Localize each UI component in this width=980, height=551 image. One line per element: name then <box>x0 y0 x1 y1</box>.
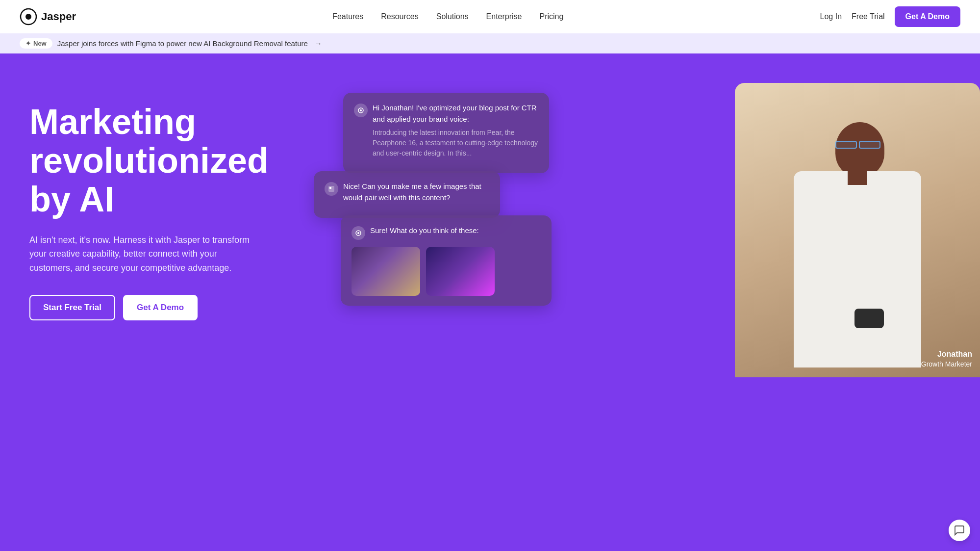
chat-text-3: Sure! What do you think of these: <box>370 225 479 236</box>
chat-text-2: Nice! Can you make me a few images that … <box>343 181 489 203</box>
svg-rect-4 <box>328 186 334 192</box>
navigation: Jasper Features Resources Solutions Ente… <box>0 0 980 33</box>
chat-header-2: Nice! Can you make me a few images that … <box>325 181 489 203</box>
svg-point-3 <box>360 109 362 111</box>
nav-solutions[interactable]: Solutions <box>436 12 469 21</box>
announcement-arrow: → <box>315 39 322 48</box>
login-link[interactable]: Log In <box>820 12 842 21</box>
badge-label: New <box>33 40 47 47</box>
chat-message-1: Hi Jonathan! I've optimized your blog po… <box>373 103 538 158</box>
announcement-bar[interactable]: ✦ New Jasper joins forces with Figma to … <box>0 33 980 53</box>
user-icon-svg <box>327 185 335 193</box>
svg-point-7 <box>357 232 359 234</box>
chat-card-3: Sure! What do you think of these: <box>341 215 552 306</box>
person-name: Jonathan <box>921 349 972 360</box>
generated-image-1 <box>352 247 420 296</box>
chat-card-2: Nice! Can you make me a few images that … <box>314 171 500 218</box>
jasper-icon-svg-1 <box>357 106 365 114</box>
svg-rect-5 <box>329 187 331 189</box>
svg-point-1 <box>25 14 31 20</box>
hero-subtitle: AI isn't next, it's now. Harness it with… <box>29 233 255 275</box>
hero-section: Marketing revolutionized by AI AI isn't … <box>0 53 980 550</box>
chat-images <box>352 247 541 296</box>
hero-right: Hi Jonathan! I've optimized your blog po… <box>314 83 951 377</box>
hero-left: Marketing revolutionized by AI AI isn't … <box>29 83 294 320</box>
chat-subtext-1: Introducing the latest innovation from P… <box>373 128 538 158</box>
user-chat-icon <box>325 182 338 196</box>
badge-icon: ✦ <box>25 40 31 47</box>
person-photo: Jonathan Growth Marketer <box>735 83 980 377</box>
jasper-icon-svg-3 <box>354 229 362 237</box>
hero-title: Marketing revolutionized by AI <box>29 103 294 219</box>
free-trial-link[interactable]: Free Trial <box>852 12 885 21</box>
nav-features[interactable]: Features <box>332 12 363 21</box>
person-background: Jonathan Growth Marketer <box>735 83 980 377</box>
nav-resources[interactable]: Resources <box>381 12 418 21</box>
chat-text-1: Hi Jonathan! I've optimized your blog po… <box>373 103 538 125</box>
logo-text: Jasper <box>41 10 76 23</box>
person-role: Growth Marketer <box>921 360 972 369</box>
chat-header-3: Sure! What do you think of these: <box>352 225 541 240</box>
chat-bubble-icon-svg <box>954 525 965 536</box>
chat-card-1: Hi Jonathan! I've optimized your blog po… <box>343 93 549 173</box>
start-free-trial-button[interactable]: Start Free Trial <box>29 295 115 320</box>
jasper-chat-icon-3 <box>352 226 365 240</box>
chat-support-button[interactable] <box>949 520 970 541</box>
nav-links: Features Resources Solutions Enterprise … <box>332 12 563 21</box>
chat-header-1: Hi Jonathan! I've optimized your blog po… <box>354 103 538 158</box>
announcement-text: Jasper joins forces with Figma to power … <box>57 39 308 48</box>
hero-buttons: Start Free Trial Get A Demo <box>29 295 294 320</box>
jasper-logo-icon <box>20 8 37 26</box>
get-demo-hero-button[interactable]: Get A Demo <box>123 295 198 320</box>
announcement-badge: ✦ New <box>20 38 52 49</box>
get-demo-nav-button[interactable]: Get A Demo <box>895 6 960 27</box>
logo[interactable]: Jasper <box>20 8 76 26</box>
jasper-chat-icon-1 <box>354 104 368 117</box>
nav-enterprise[interactable]: Enterprise <box>486 12 522 21</box>
nav-pricing[interactable]: Pricing <box>539 12 563 21</box>
person-label: Jonathan Growth Marketer <box>921 349 972 369</box>
nav-right: Log In Free Trial Get A Demo <box>820 6 960 27</box>
generated-image-2 <box>426 247 495 296</box>
